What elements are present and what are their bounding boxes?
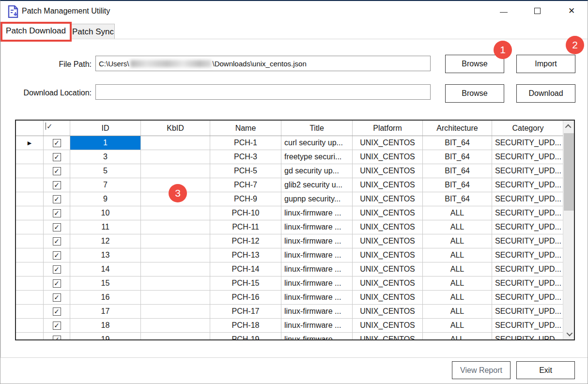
cell-platform[interactable]: UNIX_CENTOS — [353, 178, 423, 192]
cell-name[interactable]: PCH-7 — [210, 178, 281, 192]
cell-name[interactable]: PCH-13 — [210, 248, 281, 262]
cell-kbid[interactable] — [141, 319, 210, 332]
row-checkbox[interactable] — [53, 293, 61, 302]
browse-file-button[interactable]: Browse — [445, 55, 504, 73]
cell-kbid[interactable] — [141, 262, 210, 276]
cell-title[interactable]: linux-firmware ... — [281, 248, 353, 262]
tab-patch-sync[interactable]: Patch Sync — [71, 24, 115, 39]
row-checkbox-cell[interactable] — [44, 150, 70, 164]
cell-id[interactable]: 7 — [70, 178, 141, 192]
cell-category[interactable]: SECURITY_UPD... — [492, 276, 564, 290]
cell-name[interactable]: PCH-12 — [210, 234, 281, 248]
cell-platform[interactable]: UNIX_CENTOS — [353, 234, 423, 248]
cell-title[interactable]: linux-firmware ... — [281, 319, 353, 332]
cell-category[interactable]: SECURITY_UPD — [492, 333, 564, 340]
row-checkbox-cell[interactable] — [44, 248, 70, 262]
cell-category[interactable]: SECURITY_UPD... — [492, 150, 564, 164]
tab-patch-download[interactable]: Patch Download — [1, 22, 70, 39]
cell-kbid[interactable] — [141, 248, 210, 262]
cell-category[interactable]: SECURITY_UPD... — [492, 192, 564, 206]
cell-name[interactable]: PCH-19 — [210, 333, 281, 340]
cell-platform[interactable]: UNIX_CENTOS — [353, 291, 423, 304]
cell-title[interactable]: linux-firmware ... — [281, 234, 353, 248]
cell-category[interactable]: SECURITY_UPD... — [492, 234, 564, 248]
row-indicator-cell[interactable] — [16, 178, 44, 192]
row-indicator-cell[interactable] — [16, 220, 44, 234]
row-checkbox[interactable] — [53, 265, 61, 274]
cell-category[interactable]: SECURITY_UPD... — [492, 319, 564, 332]
cell-architecture[interactable]: ALL — [423, 276, 492, 290]
row-checkbox-cell[interactable] — [44, 319, 70, 332]
cell-category[interactable]: SECURITY_UPD... — [492, 206, 564, 220]
cell-kbid[interactable] — [141, 178, 210, 192]
row-indicator-cell[interactable] — [16, 319, 44, 332]
cell-id[interactable]: 17 — [70, 305, 141, 318]
row-indicator-cell[interactable] — [16, 150, 44, 164]
cell-id[interactable]: 11 — [70, 220, 141, 234]
cell-title[interactable]: gupnp security... — [281, 192, 353, 206]
row-indicator-cell[interactable] — [16, 234, 44, 248]
cell-name[interactable]: PCH-5 — [210, 164, 281, 178]
cell-id[interactable]: 10 — [70, 206, 141, 220]
column-header-category[interactable]: Category — [492, 121, 564, 136]
cell-id[interactable]: 3 — [70, 150, 141, 164]
row-checkbox[interactable] — [53, 153, 61, 161]
browse-location-button[interactable]: Browse — [445, 84, 504, 103]
cell-kbid[interactable] — [141, 234, 210, 248]
cell-id[interactable]: 14 — [70, 262, 141, 276]
cell-architecture[interactable]: ALL — [423, 319, 492, 332]
cell-title[interactable]: freetype securi... — [281, 150, 353, 164]
cell-name[interactable]: PCH-16 — [210, 291, 281, 304]
cell-kbid[interactable] — [141, 291, 210, 304]
cell-title[interactable]: linux-firmware ... — [281, 262, 353, 276]
row-checkbox[interactable] — [53, 336, 61, 341]
cell-id[interactable]: 16 — [70, 291, 141, 304]
row-checkbox[interactable] — [53, 223, 61, 231]
cell-title[interactable]: gd security up... — [281, 164, 353, 178]
cell-architecture[interactable]: ALL — [423, 262, 492, 276]
cell-architecture[interactable]: ALL — [423, 220, 492, 234]
row-indicator-cell[interactable] — [16, 192, 44, 206]
cell-platform[interactable]: UNIX_CENTOS — [353, 319, 423, 332]
cell-name[interactable]: PCH-1 — [210, 136, 281, 150]
cell-category[interactable]: SECURITY_UPD... — [492, 164, 564, 178]
vertical-scrollbar[interactable] — [563, 121, 574, 339]
row-checkbox-cell[interactable] — [44, 206, 70, 220]
cell-name[interactable]: PCH-11 — [210, 220, 281, 234]
row-checkbox[interactable] — [53, 139, 61, 147]
cell-architecture[interactable]: ALL — [423, 248, 492, 262]
cell-category[interactable]: SECURITY_UPD... — [492, 248, 564, 262]
exit-button[interactable]: Exit — [516, 361, 575, 379]
cell-platform[interactable]: UNIX_CENTOS — [353, 276, 423, 290]
row-checkbox-cell[interactable] — [44, 333, 70, 340]
column-header-platform[interactable]: Platform — [353, 121, 423, 136]
cell-kbid[interactable] — [141, 333, 210, 340]
cell-id[interactable]: 13 — [70, 248, 141, 262]
download-button[interactable]: Download — [516, 84, 575, 103]
column-header-architecture[interactable]: Architecture — [423, 121, 492, 136]
cell-id[interactable]: 12 — [70, 234, 141, 248]
cell-kbid[interactable] — [141, 220, 210, 234]
download-location-input[interactable] — [95, 84, 431, 100]
cell-architecture[interactable]: BIT_64 — [423, 192, 492, 206]
cell-architecture[interactable]: BIT_64 — [423, 150, 492, 164]
select-all-checkbox[interactable]: ✓ — [44, 121, 70, 136]
cell-title[interactable]: curl security up... — [281, 136, 353, 150]
cell-architecture[interactable]: BIT_64 — [423, 178, 492, 192]
cell-kbid[interactable] — [141, 164, 210, 178]
column-header-id[interactable]: ID — [70, 121, 141, 136]
row-checkbox[interactable] — [53, 279, 61, 288]
cell-name[interactable]: PCH-9 — [210, 192, 281, 206]
scrollbar-thumb[interactable] — [564, 133, 574, 211]
row-indicator-cell[interactable] — [16, 248, 44, 262]
cell-category[interactable]: SECURITY_UPD... — [492, 136, 564, 150]
cell-architecture[interactable]: ALL — [423, 291, 492, 304]
cell-platform[interactable]: UNIX_CENTOS — [353, 262, 423, 276]
cell-id[interactable]: 19 — [70, 333, 141, 340]
row-indicator-cell[interactable] — [16, 262, 44, 276]
row-checkbox[interactable] — [53, 167, 61, 175]
cell-platform[interactable]: UNIX_CENTOS — [353, 220, 423, 234]
cell-architecture[interactable]: BIT_64 — [423, 164, 492, 178]
cell-kbid[interactable] — [141, 150, 210, 164]
cell-id[interactable]: 1 — [70, 136, 141, 150]
